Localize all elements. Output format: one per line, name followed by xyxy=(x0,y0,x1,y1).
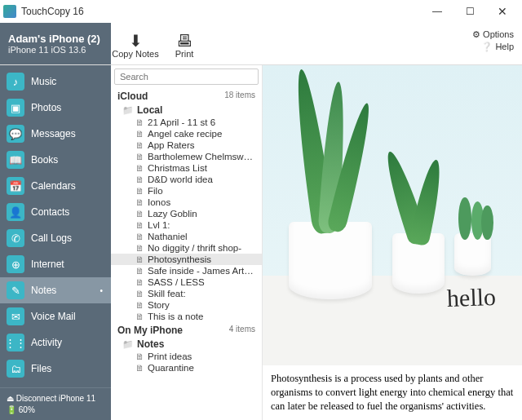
note-row[interactable]: Photosynthesis xyxy=(111,254,262,265)
sidebar-item-music[interactable]: ♪Music xyxy=(0,69,111,95)
sidebar-icon: ✆ xyxy=(7,229,24,247)
print-label: Print xyxy=(175,49,194,59)
notes-scroll[interactable]: iCloud18 itemsLocal21 April - 11 st 6Ang… xyxy=(111,88,262,420)
help-button[interactable]: ❔ Help xyxy=(472,42,514,52)
sidebar-item-label: Contacts xyxy=(31,206,69,218)
note-preview: hello Photosynthesis is a process used b… xyxy=(263,65,522,420)
options-button[interactable]: ⚙ Options xyxy=(472,29,514,40)
sidebar-item-label: Notes xyxy=(31,285,56,296)
note-row[interactable]: Filo xyxy=(111,185,262,197)
sidebar-icon: 📅 xyxy=(7,177,24,195)
notes-group-header: On My iPhone4 items xyxy=(111,322,262,338)
note-row[interactable]: D&D world idea xyxy=(111,174,262,185)
note-row[interactable]: Skill feat: xyxy=(111,288,262,299)
note-row[interactable]: This is a note xyxy=(111,311,262,322)
device-name: Adam's iPhone (2) xyxy=(8,33,103,45)
sidebar-item-call-logs[interactable]: ✆Call Logs xyxy=(0,225,111,251)
note-row[interactable]: Safe inside - James Arthur xyxy=(111,265,262,276)
app-logo-icon xyxy=(3,5,16,18)
note-row[interactable]: Ionos xyxy=(111,197,262,208)
group-count: 4 items xyxy=(229,325,255,336)
folder-row[interactable]: Local xyxy=(111,104,262,117)
sidebar-icon: ✉ xyxy=(7,307,24,325)
device-box: Adam's iPhone (2) iPhone 11 iOS 13.6 xyxy=(0,23,111,64)
folder-row[interactable]: Notes xyxy=(111,338,262,351)
toolbar: ⬇ Copy Notes 🖶 Print xyxy=(111,23,209,64)
search-input[interactable] xyxy=(114,69,259,85)
sidebar-item-label: Activity xyxy=(31,337,62,348)
note-image: hello xyxy=(263,65,522,365)
group-name: On My iPhone xyxy=(117,325,183,336)
search-wrap xyxy=(111,65,262,88)
indicator-dot: • xyxy=(100,286,103,295)
sidebar-item-label: Internet xyxy=(31,259,64,270)
sidebar-item-label: Books xyxy=(31,154,58,166)
sidebar-item-files[interactable]: 🗂Files xyxy=(0,356,111,382)
app-title: TouchCopy 16 xyxy=(21,6,84,17)
sidebar-item-label: Call Logs xyxy=(31,232,72,244)
note-row[interactable]: No diggity / thrift shop- xyxy=(111,242,262,254)
note-row[interactable]: 21 April - 11 st 6 xyxy=(111,117,262,128)
sidebar-icon: ⋮⋮ xyxy=(7,334,24,351)
note-row[interactable]: Nathaniel xyxy=(111,231,262,242)
group-count: 18 items xyxy=(224,91,255,102)
sidebar-item-activity[interactable]: ⋮⋮Activity xyxy=(0,329,111,356)
note-row[interactable]: App Raters xyxy=(111,139,262,151)
note-row[interactable]: Print ideas xyxy=(111,351,262,362)
sidebar-item-label: Messages xyxy=(31,128,76,139)
sidebar-icon: ✎ xyxy=(7,281,24,299)
sidebar-item-notes[interactable]: ✎Notes• xyxy=(0,277,111,303)
sidebar-item-books[interactable]: 📖Books xyxy=(0,147,111,173)
sidebar-item-photos[interactable]: ▣Photos xyxy=(0,95,111,121)
print-icon: 🖶 xyxy=(160,33,209,49)
device-info: iPhone 11 iOS 13.6 xyxy=(8,45,103,55)
sidebar-icon: 💬 xyxy=(7,125,24,143)
note-row[interactable]: Christmas List xyxy=(111,162,262,174)
minimize-button[interactable]: — xyxy=(421,0,453,23)
sidebar-footer: ⏏ Disconnect iPhone 11 🔋 60% xyxy=(0,387,111,420)
battery-status: 🔋 60% xyxy=(7,405,104,414)
group-name: iCloud xyxy=(117,91,148,102)
note-row[interactable]: Lazy Goblin xyxy=(111,208,262,219)
sidebar-item-label: Voice Mail xyxy=(31,311,76,322)
sidebar-item-label: Music xyxy=(31,76,56,87)
disconnect-button[interactable]: ⏏ Disconnect iPhone 11 xyxy=(7,394,104,403)
sidebar-item-contacts[interactable]: 👤Contacts xyxy=(0,199,111,225)
sidebar-list: ♪Music▣Photos💬Messages📖Books📅Calendars👤C… xyxy=(0,65,111,387)
download-icon: ⬇ xyxy=(111,33,160,49)
note-row[interactable]: Angel cake recipe xyxy=(111,128,262,139)
sidebar-icon: ♪ xyxy=(7,73,24,91)
sidebar-item-label: Photos xyxy=(31,102,61,113)
note-body: Photosynthesis is a process used by plan… xyxy=(263,365,522,420)
header-right: ⚙ Options ❔ Help xyxy=(464,23,522,64)
sidebar-item-messages[interactable]: 💬Messages xyxy=(0,121,111,147)
note-row[interactable]: Story xyxy=(111,299,262,311)
sidebar-item-internet[interactable]: ⊕Internet xyxy=(0,251,111,277)
note-row[interactable]: Quarantine xyxy=(111,362,262,374)
sidebar-icon: 👤 xyxy=(7,203,24,221)
sidebar-icon: 🗂 xyxy=(7,360,24,378)
hello-decor: hello xyxy=(447,283,497,312)
sidebar-item-label: Calendars xyxy=(31,180,76,192)
sidebar-item-calendars[interactable]: 📅Calendars xyxy=(0,173,111,199)
note-row[interactable]: SASS / LESS xyxy=(111,276,262,288)
sidebar-icon: ▣ xyxy=(7,99,24,117)
notes-panel: iCloud18 itemsLocal21 April - 11 st 6Ang… xyxy=(111,65,263,420)
print-button[interactable]: 🖶 Print xyxy=(160,29,209,59)
sidebar: ♪Music▣Photos💬Messages📖Books📅Calendars👤C… xyxy=(0,65,111,420)
note-row[interactable]: Lvl 1: xyxy=(111,219,262,231)
main: ♪Music▣Photos💬Messages📖Books📅Calendars👤C… xyxy=(0,65,522,420)
sidebar-item-voice-mail[interactable]: ✉Voice Mail xyxy=(0,303,111,329)
sidebar-item-label: Files xyxy=(31,363,51,374)
maximize-button[interactable]: ☐ xyxy=(453,0,486,23)
sidebar-icon: ⊕ xyxy=(7,255,24,273)
copy-notes-label: Copy Notes xyxy=(112,49,158,59)
header: Adam's iPhone (2) iPhone 11 iOS 13.6 ⬇ C… xyxy=(0,23,522,65)
copy-notes-button[interactable]: ⬇ Copy Notes xyxy=(111,29,160,59)
note-row[interactable]: Bartholemew Chelmswood xyxy=(111,151,262,162)
close-button[interactable]: ✕ xyxy=(486,0,519,23)
titlebar: TouchCopy 16 — ☐ ✕ xyxy=(0,0,522,23)
sidebar-icon: 📖 xyxy=(7,151,24,169)
notes-group-header: iCloud18 items xyxy=(111,88,262,104)
